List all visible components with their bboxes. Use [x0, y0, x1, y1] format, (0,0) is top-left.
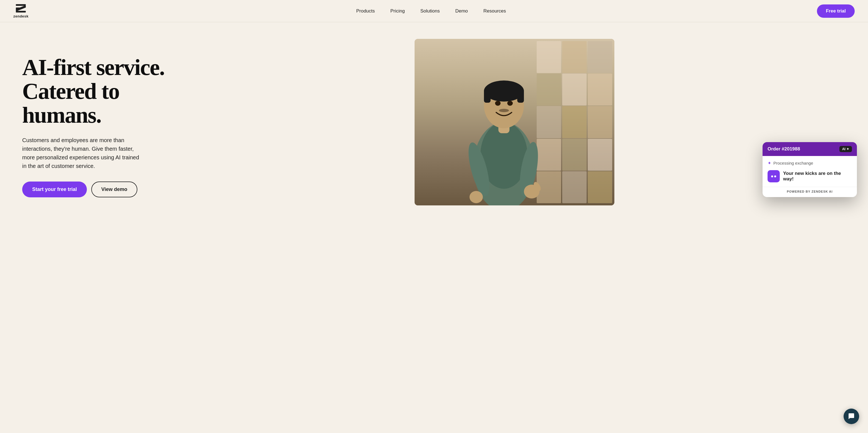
ai-badge: AI ✦: [839, 146, 852, 152]
person-illustration: [451, 50, 557, 206]
chat-fab-button[interactable]: [844, 409, 859, 424]
navbar: zendesk Products Pricing Solutions Demo …: [0, 0, 868, 22]
processing-text: Processing exchange: [773, 161, 813, 165]
hero-image: [414, 39, 614, 206]
hero-headline: AI-first service. Catered to humans.: [22, 56, 166, 127]
chat-header: Order #201988 AI ✦: [763, 142, 857, 156]
svg-rect-10: [517, 89, 524, 103]
chat-body: ✦ Processing exchange Your new kicks are…: [763, 156, 857, 187]
chat-footer: POWERED BY ZENDESK AI: [763, 187, 857, 197]
nav-link-pricing[interactable]: Pricing: [383, 6, 413, 16]
avatar-dots: [771, 176, 776, 177]
start-free-trial-button[interactable]: Start your free trial: [22, 182, 87, 197]
sparkle-icon: ✦: [768, 160, 771, 166]
svg-rect-2: [16, 11, 26, 12]
svg-rect-9: [484, 89, 491, 103]
hero-section: AI-first service. Catered to humans. Cus…: [0, 22, 868, 433]
avatar-dot-2: [774, 176, 776, 177]
chat-message-row: Your new kicks are on the way!: [768, 170, 852, 182]
hero-right-column: Order #201988 AI ✦ ✦ Processing exchange…: [178, 39, 851, 206]
chat-processing-row: ✦ Processing exchange: [768, 160, 852, 166]
chat-bubble-icon: [848, 413, 855, 420]
svg-point-12: [507, 101, 513, 106]
chat-order-number: Order #201988: [768, 146, 800, 152]
hero-subtext: Customers and employees are more than in…: [22, 136, 144, 171]
ai-chat-widget: Order #201988 AI ✦ ✦ Processing exchange…: [763, 142, 857, 197]
hero-buttons: Start your free trial View demo: [22, 182, 166, 197]
hero-left-column: AI-first service. Catered to humans. Cus…: [22, 39, 166, 197]
nav-link-solutions[interactable]: Solutions: [413, 6, 447, 16]
hero-headline-line3: humans.: [22, 102, 101, 128]
view-demo-button[interactable]: View demo: [91, 182, 137, 197]
hero-headline-line2: Catered to: [22, 79, 119, 104]
hero-headline-line1: AI-first service.: [22, 55, 164, 80]
svg-rect-0: [16, 4, 26, 6]
nav-link-resources[interactable]: Resources: [476, 6, 514, 16]
nav-link-demo[interactable]: Demo: [447, 6, 476, 16]
zendesk-logo-icon: [15, 4, 27, 13]
chat-avatar: [768, 170, 780, 182]
svg-point-16: [469, 191, 483, 203]
nav-link-products[interactable]: Products: [348, 6, 383, 16]
chat-message: Your new kicks are on the way!: [783, 171, 852, 182]
logo-wordmark: zendesk: [13, 14, 29, 18]
nav-links-container: Products Pricing Solutions Demo Resource…: [45, 6, 817, 16]
logo-link[interactable]: zendesk: [13, 4, 29, 18]
free-trial-button[interactable]: Free trial: [817, 4, 855, 18]
avatar-dot-1: [771, 176, 773, 177]
svg-point-11: [495, 101, 501, 106]
svg-point-13: [499, 109, 509, 112]
